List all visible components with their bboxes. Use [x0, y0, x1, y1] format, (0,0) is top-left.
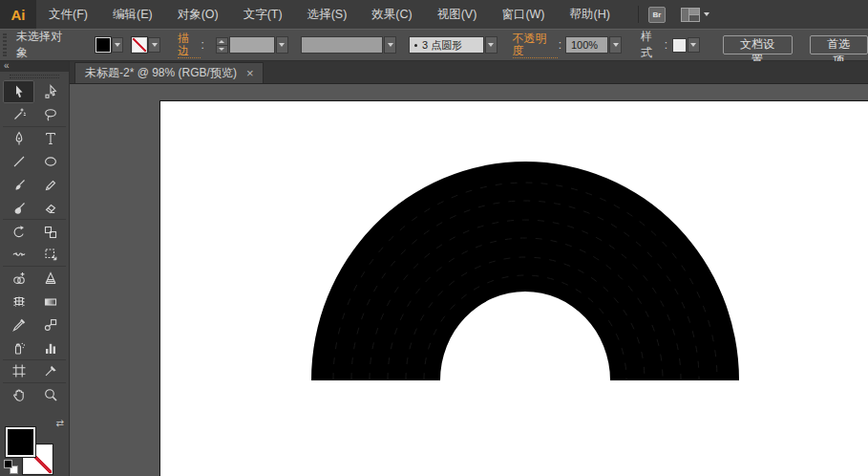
bridge-button[interactable]: Br: [648, 7, 666, 23]
menu-separator: [638, 6, 639, 23]
selection-status-label: 未选择对象: [16, 29, 73, 61]
menu-item-type[interactable]: 文字(T): [231, 0, 295, 29]
perspective-grid-tool-icon: [43, 270, 58, 286]
width-profile-dropdown-button[interactable]: [384, 36, 396, 54]
pencil-tool[interactable]: [34, 174, 66, 197]
close-tab-icon[interactable]: ×: [246, 68, 254, 79]
line-segment-tool[interactable]: [3, 150, 34, 173]
menu-item-help[interactable]: 帮助(H): [558, 0, 623, 29]
hand-tool[interactable]: [3, 383, 34, 406]
swap-fill-stroke-icon[interactable]: ⇄: [56, 418, 64, 428]
blend-tool[interactable]: [34, 314, 66, 336]
stroke-weight-input[interactable]: [229, 36, 275, 54]
fill-swatch-black[interactable]: [6, 427, 35, 457]
symbol-sprayer-tool[interactable]: [3, 336, 34, 359]
brush-preview-dot-icon: [414, 44, 417, 47]
magic-wand-tool-icon: [11, 107, 27, 122]
stroke-color-dropdown-button[interactable]: [148, 37, 160, 53]
style-colon: :: [665, 38, 667, 52]
eyedropper-tool-icon: [11, 317, 27, 333]
fill-color-dropdown-button[interactable]: [112, 37, 124, 53]
perspective-grid-tool[interactable]: [34, 267, 66, 290]
ellipse-tool[interactable]: [34, 150, 66, 173]
selection-tool[interactable]: [3, 80, 34, 103]
menu-item-select[interactable]: 选择(S): [295, 0, 360, 29]
tools-panel: « ⇄: [0, 61, 70, 476]
menu-item-edit[interactable]: 编辑(E): [100, 0, 165, 29]
paintbrush-tool[interactable]: [3, 174, 34, 197]
gradient-tool[interactable]: [34, 291, 66, 314]
menu-bar: Ai 文件(F)编辑(E)对象(O)文字(T)选择(S)效果(C)视图(V)窗口…: [0, 0, 868, 29]
width-profile-select[interactable]: [301, 36, 383, 54]
document-tab-title: 未标题-2* @ 98% (RGB/预览): [85, 65, 237, 81]
document-tab[interactable]: 未标题-2* @ 98% (RGB/预览) ×: [74, 62, 264, 83]
collapse-panel-icon[interactable]: «: [4, 60, 10, 71]
artboard-tool-icon: [11, 363, 27, 379]
shape-builder-tool[interactable]: [3, 267, 34, 290]
fill-stroke-indicator: ⇄: [0, 406, 69, 476]
workspace-switcher-button[interactable]: [681, 8, 709, 22]
eyedropper-tool[interactable]: [3, 314, 34, 336]
menu-item-view[interactable]: 视图(V): [425, 0, 490, 29]
lasso-tool-icon: [43, 107, 58, 122]
menu-item-object[interactable]: 对象(O): [165, 0, 231, 29]
free-transform-tool[interactable]: [34, 244, 66, 267]
pen-tool[interactable]: [3, 127, 34, 150]
tools-panel-header: «: [0, 61, 69, 72]
arch-shape-path[interactable]: [311, 162, 739, 380]
opacity-input[interactable]: 100%: [565, 36, 608, 54]
column-graph-tool[interactable]: [34, 336, 66, 359]
eraser-tool[interactable]: [34, 197, 66, 220]
opacity-panel-link[interactable]: 不透明度: [513, 32, 558, 58]
menu-item-effect[interactable]: 效果(C): [359, 0, 424, 29]
blob-brush-tool[interactable]: [3, 197, 34, 220]
canvas-pasteboard[interactable]: [70, 84, 868, 476]
slice-tool[interactable]: [34, 360, 66, 383]
menu-item-file[interactable]: 文件(F): [36, 0, 100, 29]
control-bar: 未选择对象 描边 : 3 点圆形 不透明度 : 100% 样式 : 文档设置 首…: [0, 29, 868, 61]
document-setup-button[interactable]: 文档设置: [723, 35, 793, 54]
tools-panel-grip[interactable]: [0, 72, 69, 80]
ellipse-tool-icon: [43, 154, 58, 169]
artboard-tool[interactable]: [3, 360, 34, 383]
preferences-button[interactable]: 首选项: [810, 35, 868, 54]
default-fill-stroke-icon[interactable]: [4, 460, 18, 474]
blob-brush-tool-icon: [11, 201, 27, 216]
opacity-dropdown-button[interactable]: [609, 36, 622, 54]
width-tool[interactable]: [3, 244, 34, 267]
zoom-tool[interactable]: [34, 383, 66, 406]
brush-dropdown-button[interactable]: [485, 36, 498, 54]
brush-definition-select[interactable]: 3 点圆形: [409, 36, 484, 54]
line-segment-tool-icon: [11, 154, 27, 169]
artwork-arch-shape[interactable]: [70, 84, 868, 476]
stepper-down-icon[interactable]: [216, 45, 228, 54]
fill-color-swatch[interactable]: [95, 37, 111, 53]
style-label: 样式: [641, 29, 664, 61]
stroke-weight-dropdown-button[interactable]: [276, 36, 288, 54]
blend-tool-icon: [43, 317, 58, 333]
menu-items: 文件(F)编辑(E)对象(O)文字(T)选择(S)效果(C)视图(V)窗口(W)…: [36, 0, 623, 29]
brush-definition-value: 3 点圆形: [422, 38, 462, 53]
menu-item-window[interactable]: 窗口(W): [489, 0, 557, 29]
rotate-tool[interactable]: [3, 220, 34, 243]
lasso-tool[interactable]: [34, 103, 66, 126]
hand-tool-icon: [11, 387, 27, 402]
shape-builder-tool-icon: [11, 270, 27, 286]
style-dropdown-button[interactable]: [688, 37, 700, 53]
mesh-tool[interactable]: [3, 291, 34, 314]
selection-tool-icon: [11, 84, 27, 99]
type-tool[interactable]: [34, 127, 66, 150]
stroke-weight-stepper[interactable]: [216, 37, 228, 54]
direct-selection-tool[interactable]: [34, 80, 66, 103]
scale-tool[interactable]: [34, 220, 66, 243]
stroke-color-none-swatch[interactable]: [132, 37, 147, 53]
workspace-layout-icon: [681, 8, 700, 22]
opacity-value: 100%: [571, 39, 598, 51]
style-swatch[interactable]: [672, 38, 687, 53]
panel-grip-icon[interactable]: [3, 33, 7, 56]
stroke-panel-link[interactable]: 描边: [178, 32, 201, 58]
magic-wand-tool[interactable]: [3, 103, 34, 126]
free-transform-tool-icon: [43, 247, 58, 262]
tool-grid: [0, 80, 69, 406]
width-tool-icon: [11, 247, 27, 262]
